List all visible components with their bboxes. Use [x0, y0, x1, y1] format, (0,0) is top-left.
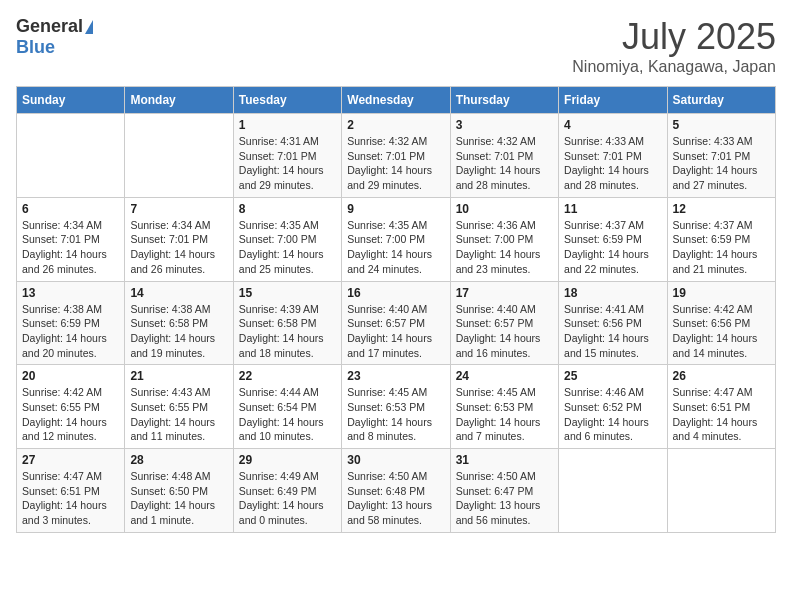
calendar-table: SundayMondayTuesdayWednesdayThursdayFrid… [16, 86, 776, 533]
day-number: 21 [130, 369, 227, 383]
day-number: 19 [673, 286, 770, 300]
day-number: 8 [239, 202, 336, 216]
calendar-cell: 9Sunrise: 4:35 AM Sunset: 7:00 PM Daylig… [342, 197, 450, 281]
day-info: Sunrise: 4:40 AM Sunset: 6:57 PM Dayligh… [456, 302, 553, 361]
day-info: Sunrise: 4:37 AM Sunset: 6:59 PM Dayligh… [673, 218, 770, 277]
calendar-cell: 17Sunrise: 4:40 AM Sunset: 6:57 PM Dayli… [450, 281, 558, 365]
day-info: Sunrise: 4:48 AM Sunset: 6:50 PM Dayligh… [130, 469, 227, 528]
calendar-cell: 8Sunrise: 4:35 AM Sunset: 7:00 PM Daylig… [233, 197, 341, 281]
day-number: 4 [564, 118, 661, 132]
logo: General Blue [16, 16, 93, 58]
calendar-cell: 5Sunrise: 4:33 AM Sunset: 7:01 PM Daylig… [667, 114, 775, 198]
calendar-cell: 26Sunrise: 4:47 AM Sunset: 6:51 PM Dayli… [667, 365, 775, 449]
day-number: 25 [564, 369, 661, 383]
calendar-cell [667, 449, 775, 533]
day-number: 18 [564, 286, 661, 300]
day-info: Sunrise: 4:37 AM Sunset: 6:59 PM Dayligh… [564, 218, 661, 277]
calendar-week-row: 13Sunrise: 4:38 AM Sunset: 6:59 PM Dayli… [17, 281, 776, 365]
day-info: Sunrise: 4:35 AM Sunset: 7:00 PM Dayligh… [347, 218, 444, 277]
day-info: Sunrise: 4:40 AM Sunset: 6:57 PM Dayligh… [347, 302, 444, 361]
day-number: 29 [239, 453, 336, 467]
day-number: 24 [456, 369, 553, 383]
calendar-header: SundayMondayTuesdayWednesdayThursdayFrid… [17, 87, 776, 114]
day-number: 12 [673, 202, 770, 216]
calendar-cell: 12Sunrise: 4:37 AM Sunset: 6:59 PM Dayli… [667, 197, 775, 281]
day-info: Sunrise: 4:47 AM Sunset: 6:51 PM Dayligh… [22, 469, 119, 528]
calendar-cell [17, 114, 125, 198]
day-info: Sunrise: 4:34 AM Sunset: 7:01 PM Dayligh… [22, 218, 119, 277]
day-info: Sunrise: 4:39 AM Sunset: 6:58 PM Dayligh… [239, 302, 336, 361]
weekday-header-row: SundayMondayTuesdayWednesdayThursdayFrid… [17, 87, 776, 114]
day-info: Sunrise: 4:44 AM Sunset: 6:54 PM Dayligh… [239, 385, 336, 444]
weekday-header-monday: Monday [125, 87, 233, 114]
title-block: July 2025 Ninomiya, Kanagawa, Japan [572, 16, 776, 76]
day-info: Sunrise: 4:38 AM Sunset: 6:59 PM Dayligh… [22, 302, 119, 361]
calendar-cell: 18Sunrise: 4:41 AM Sunset: 6:56 PM Dayli… [559, 281, 667, 365]
day-number: 5 [673, 118, 770, 132]
day-number: 10 [456, 202, 553, 216]
day-number: 15 [239, 286, 336, 300]
calendar-cell: 28Sunrise: 4:48 AM Sunset: 6:50 PM Dayli… [125, 449, 233, 533]
calendar-week-row: 1Sunrise: 4:31 AM Sunset: 7:01 PM Daylig… [17, 114, 776, 198]
day-info: Sunrise: 4:45 AM Sunset: 6:53 PM Dayligh… [456, 385, 553, 444]
day-info: Sunrise: 4:33 AM Sunset: 7:01 PM Dayligh… [673, 134, 770, 193]
calendar-cell: 2Sunrise: 4:32 AM Sunset: 7:01 PM Daylig… [342, 114, 450, 198]
calendar-cell: 1Sunrise: 4:31 AM Sunset: 7:01 PM Daylig… [233, 114, 341, 198]
day-info: Sunrise: 4:35 AM Sunset: 7:00 PM Dayligh… [239, 218, 336, 277]
calendar-cell: 30Sunrise: 4:50 AM Sunset: 6:48 PM Dayli… [342, 449, 450, 533]
calendar-cell: 31Sunrise: 4:50 AM Sunset: 6:47 PM Dayli… [450, 449, 558, 533]
day-number: 2 [347, 118, 444, 132]
calendar-cell: 14Sunrise: 4:38 AM Sunset: 6:58 PM Dayli… [125, 281, 233, 365]
calendar-week-row: 6Sunrise: 4:34 AM Sunset: 7:01 PM Daylig… [17, 197, 776, 281]
day-info: Sunrise: 4:50 AM Sunset: 6:47 PM Dayligh… [456, 469, 553, 528]
page-header: General Blue July 2025 Ninomiya, Kanagaw… [16, 16, 776, 76]
day-number: 30 [347, 453, 444, 467]
day-number: 9 [347, 202, 444, 216]
calendar-cell [125, 114, 233, 198]
day-info: Sunrise: 4:43 AM Sunset: 6:55 PM Dayligh… [130, 385, 227, 444]
day-number: 7 [130, 202, 227, 216]
calendar-week-row: 27Sunrise: 4:47 AM Sunset: 6:51 PM Dayli… [17, 449, 776, 533]
calendar-cell: 13Sunrise: 4:38 AM Sunset: 6:59 PM Dayli… [17, 281, 125, 365]
weekday-header-wednesday: Wednesday [342, 87, 450, 114]
day-number: 1 [239, 118, 336, 132]
calendar-cell: 15Sunrise: 4:39 AM Sunset: 6:58 PM Dayli… [233, 281, 341, 365]
day-number: 20 [22, 369, 119, 383]
day-number: 22 [239, 369, 336, 383]
day-info: Sunrise: 4:49 AM Sunset: 6:49 PM Dayligh… [239, 469, 336, 528]
day-info: Sunrise: 4:32 AM Sunset: 7:01 PM Dayligh… [347, 134, 444, 193]
calendar-cell: 7Sunrise: 4:34 AM Sunset: 7:01 PM Daylig… [125, 197, 233, 281]
calendar-cell: 4Sunrise: 4:33 AM Sunset: 7:01 PM Daylig… [559, 114, 667, 198]
calendar-cell: 3Sunrise: 4:32 AM Sunset: 7:01 PM Daylig… [450, 114, 558, 198]
day-info: Sunrise: 4:34 AM Sunset: 7:01 PM Dayligh… [130, 218, 227, 277]
day-info: Sunrise: 4:38 AM Sunset: 6:58 PM Dayligh… [130, 302, 227, 361]
day-info: Sunrise: 4:33 AM Sunset: 7:01 PM Dayligh… [564, 134, 661, 193]
day-number: 3 [456, 118, 553, 132]
day-number: 6 [22, 202, 119, 216]
day-info: Sunrise: 4:41 AM Sunset: 6:56 PM Dayligh… [564, 302, 661, 361]
day-info: Sunrise: 4:32 AM Sunset: 7:01 PM Dayligh… [456, 134, 553, 193]
calendar-week-row: 20Sunrise: 4:42 AM Sunset: 6:55 PM Dayli… [17, 365, 776, 449]
calendar-cell [559, 449, 667, 533]
day-info: Sunrise: 4:45 AM Sunset: 6:53 PM Dayligh… [347, 385, 444, 444]
day-number: 26 [673, 369, 770, 383]
day-info: Sunrise: 4:46 AM Sunset: 6:52 PM Dayligh… [564, 385, 661, 444]
weekday-header-thursday: Thursday [450, 87, 558, 114]
calendar-cell: 21Sunrise: 4:43 AM Sunset: 6:55 PM Dayli… [125, 365, 233, 449]
calendar-cell: 20Sunrise: 4:42 AM Sunset: 6:55 PM Dayli… [17, 365, 125, 449]
day-number: 23 [347, 369, 444, 383]
logo-triangle-icon [85, 20, 93, 34]
calendar-cell: 16Sunrise: 4:40 AM Sunset: 6:57 PM Dayli… [342, 281, 450, 365]
day-number: 27 [22, 453, 119, 467]
day-number: 17 [456, 286, 553, 300]
day-info: Sunrise: 4:50 AM Sunset: 6:48 PM Dayligh… [347, 469, 444, 528]
day-info: Sunrise: 4:42 AM Sunset: 6:56 PM Dayligh… [673, 302, 770, 361]
day-number: 13 [22, 286, 119, 300]
day-info: Sunrise: 4:36 AM Sunset: 7:00 PM Dayligh… [456, 218, 553, 277]
calendar-cell: 29Sunrise: 4:49 AM Sunset: 6:49 PM Dayli… [233, 449, 341, 533]
month-year-title: July 2025 [572, 16, 776, 58]
calendar-cell: 22Sunrise: 4:44 AM Sunset: 6:54 PM Dayli… [233, 365, 341, 449]
day-number: 11 [564, 202, 661, 216]
location-subtitle: Ninomiya, Kanagawa, Japan [572, 58, 776, 76]
day-info: Sunrise: 4:42 AM Sunset: 6:55 PM Dayligh… [22, 385, 119, 444]
